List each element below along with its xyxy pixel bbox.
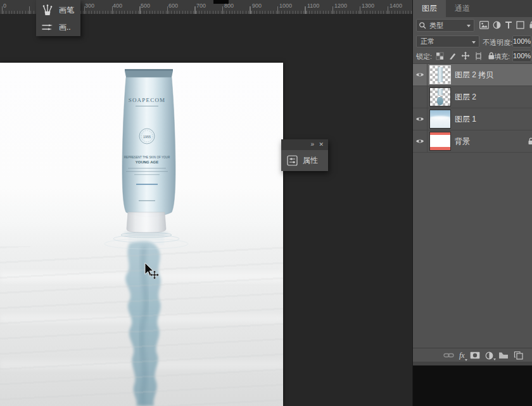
ruler-label: 500 [141,3,150,9]
background-lock-icon[interactable] [528,137,532,145]
properties-panel-header[interactable]: » ✕ [281,139,328,151]
flyout-item-brushes[interactable]: 画笔 [36,2,80,18]
visibility-toggle[interactable] [413,64,428,86]
eye-icon [415,72,424,78]
layer-row-layer2[interactable]: 图层 2 [413,86,532,108]
layer-filter-row: 类型 [413,17,532,34]
layer-filter-type-dropdown[interactable]: 类型 [416,19,474,32]
new-adjustment-layer-button[interactable] [485,352,493,360]
ruler-label: 1000 [279,3,292,9]
ruler-label: 400 [113,3,122,9]
new-layer-button[interactable] [514,351,523,360]
flyout-item-label: 画笔 [59,5,74,16]
layer-thumbnail[interactable] [430,110,450,128]
lock-position-icon[interactable] [461,51,470,60]
lock-artboard-icon[interactable] [474,52,483,60]
layer-row-layer2-copy[interactable]: 图层 2 拷贝 [413,63,532,86]
lock-label: 锁定: [416,52,432,61]
new-group-icon [498,352,509,359]
adjustment-layer-icon [485,352,493,360]
blend-mode-value: 正常 [421,37,434,46]
search-icon [419,22,427,30]
product-tagline-2: YOUNG AGE [136,160,158,164]
brush-settings-icon [41,21,54,34]
visibility-toggle[interactable] [413,86,428,108]
thumbnail-red-bar [430,147,450,150]
ruler-label: 600 [168,3,178,9]
ruler-label: 700 [196,3,206,9]
new-layer-icon [514,351,523,360]
flyout-item-label: 画.. [59,22,71,33]
ruler-label: 1100 [307,3,319,9]
filter-type-layers-icon[interactable] [505,21,512,29]
ruler-label: 300 [85,3,94,9]
thumbnail-cloud [430,116,450,120]
photoshop-window: SOAPECOM 1955 REPRESENT THE SKIN OF YOUR… [0,0,532,406]
new-group-button[interactable] [498,352,509,359]
layers-panel-footer: fx [413,348,532,362]
panel-empty-area [413,365,532,406]
product-seal-year: 1955 [143,135,151,139]
close-panel-icon[interactable]: ✕ [319,141,324,148]
thumbnail-reflection [437,97,443,105]
chevron-down-icon [493,358,496,360]
chevron-down-icon [472,41,476,44]
ruler-label: 1400 [390,3,402,9]
layer-thumbnail[interactable] [430,66,450,84]
canvas-pasteboard: SOAPECOM 1955 REPRESENT THE SKIN OF YOUR… [0,0,412,406]
eye-icon [415,116,424,122]
layer-name: 图层 2 [455,86,476,108]
window-notch [213,0,229,4]
eye-icon [415,138,424,144]
visibility-toggle[interactable] [413,108,428,130]
tab-layers[interactable]: 图层 [413,0,446,17]
link-layers-icon [443,352,454,359]
collapse-panel-icon[interactable]: » [310,141,314,148]
link-layers-button[interactable] [443,352,454,359]
chevron-down-icon [465,359,467,361]
layer-row-layer1[interactable]: 图层 1 [413,108,532,130]
layer-name: 图层 1 [455,108,476,130]
layer-style-button[interactable]: fx [459,351,465,360]
filter-smart-objects-icon[interactable] [528,20,532,29]
ruler-label: 1200 [334,3,347,9]
water-texture [0,246,283,406]
lock-transparency-icon[interactable] [436,52,444,60]
visibility-toggle[interactable] [413,130,428,152]
fx-icon: fx [459,351,465,360]
layer-thumbnail[interactable] [430,132,450,150]
add-layer-mask-button[interactable] [470,352,480,359]
flyout-item-brush-settings[interactable]: 画.. [36,19,80,35]
tab-channels[interactable]: 通道 [446,0,479,17]
layer-name: 图层 2 拷贝 [455,64,493,86]
filter-adjustment-layers-icon[interactable] [493,21,501,29]
add-mask-icon [470,352,480,359]
properties-panel: » ✕ 属性 [281,139,328,171]
lock-row: 锁定: [413,49,532,64]
opacity-value[interactable]: 100% [512,35,531,48]
layers-panel: 图层 通道 类型 [412,0,532,406]
blend-mode-dropdown[interactable]: 正常 [416,35,479,48]
filter-type-label: 类型 [429,21,443,30]
properties-icon [287,155,298,166]
filter-pixel-layers-icon[interactable] [479,21,489,29]
thumbnail-red-bar [430,132,450,135]
thumbnail-tube [438,67,443,82]
ruler-label: 0 [3,3,6,9]
layer-row-background[interactable]: 背景 [413,130,532,152]
document-canvas[interactable]: SOAPECOM 1955 REPRESENT THE SKIN OF YOUR… [0,63,283,406]
lock-image-pixels-icon[interactable] [448,52,457,60]
brush-presets-icon [41,4,54,16]
move-tool-cursor [143,262,161,282]
opacity-label: 不透明度: [483,38,512,48]
layer-thumbnail[interactable] [430,88,450,106]
chevron-down-icon [467,25,471,27]
tube-crimp [125,69,173,71]
properties-panel-tab[interactable]: 属性 [281,150,328,171]
fill-value[interactable]: 100% [512,50,531,62]
filter-shape-layers-icon[interactable] [516,21,524,29]
brush-panels-flyout: 画笔 画.. [36,0,80,36]
product-tagline-1: REPRESENT THE SKIN OF YOUR [124,156,170,159]
fill-label: 填充: [494,52,510,61]
layer-list: 图层 2 拷贝 图层 2 [413,63,532,153]
